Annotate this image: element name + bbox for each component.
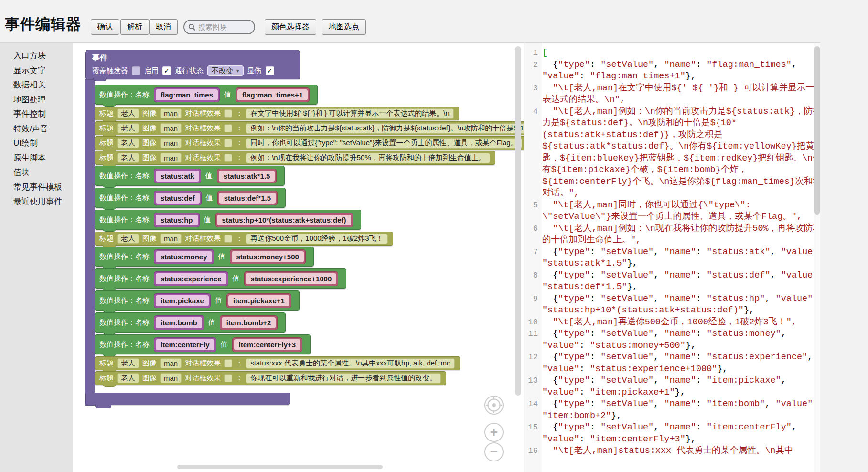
line-code[interactable]: {"type": "setValue", "name": "item:bomb"…	[542, 398, 820, 422]
passable-dropdown[interactable]: 不改变 ▾	[207, 65, 244, 76]
line-code[interactable]: {"type": "setValue", "name": "status:def…	[542, 270, 820, 293]
dialog-effect-field[interactable]	[224, 139, 232, 147]
value-field[interactable]: status:hp+10*(status:atk+status:def)	[217, 215, 351, 225]
text-field[interactable]: 例如：\n现在我将让你的攻防提升50%，再将攻防和的十倍加到生命值上。	[246, 153, 490, 163]
event-block-footer[interactable]	[85, 393, 290, 405]
sidebar-item-category-1[interactable]: 显示文字	[0, 64, 73, 78]
image-field[interactable]: man	[160, 138, 182, 148]
value-field[interactable]: item:bomb+2	[222, 317, 276, 328]
name-field[interactable]: status:hp	[156, 215, 198, 225]
image-field[interactable]: man	[160, 358, 182, 368]
speaker-field[interactable]: 老人	[117, 138, 139, 148]
line-code[interactable]: {"type": "setValue", "name": "status:atk…	[542, 247, 820, 270]
speaker-field[interactable]: 老人	[117, 373, 139, 383]
text-field[interactable]: 在文字中使用${' ${ '}和 } 可以计算并显示一个表达式的结果。\n	[246, 108, 454, 119]
image-field[interactable]: man	[160, 234, 182, 244]
dialog-effect-field[interactable]	[224, 124, 232, 132]
value-field[interactable]: item:pickaxe+1	[228, 295, 289, 306]
cancel-button[interactable]: 取消	[149, 19, 178, 35]
setvalue-block[interactable]: 数值操作：名称item:centerFly值item:centerFly+3	[95, 334, 311, 354]
text-field[interactable]: status:xxx 代表勇士的某个属性。\n其中xxx可取hp, atk, d…	[246, 358, 455, 369]
dialog-effect-field[interactable]	[224, 359, 232, 367]
search-box[interactable]	[183, 20, 255, 34]
text-block[interactable]: 标题老人图像man对话框效果：例如：\n现在我将让你的攻防提升50%，再将攻防和…	[95, 151, 495, 165]
editor-scrollbar-thumb[interactable]	[814, 46, 820, 215]
text-field[interactable]: 同时，你也可以通过{"type": "setValue"}来设置一个勇士的属性、…	[246, 138, 522, 149]
text-block[interactable]: 标题老人图像man对话框效果：同时，你也可以通过{"type": "setVal…	[95, 136, 524, 150]
line-code[interactable]: {"type": "setValue", "name": "flag:man_t…	[542, 59, 820, 83]
dialog-effect-field[interactable]	[224, 109, 232, 118]
line-code[interactable]: {"type": "setValue", "name": "status:mon…	[542, 328, 820, 352]
sidebar-item-category-3[interactable]: 地图处理	[0, 93, 73, 107]
text-field[interactable]: 你现在可以重新和我进行对话，进一步看到属性值的改变。	[246, 373, 441, 384]
workspace-horizontal-scrollbar[interactable]	[177, 465, 383, 469]
line-code[interactable]: "\t[老人,man]例如：\n现在我将让你的攻防提升50%，再将攻防和的十倍加…	[542, 223, 820, 247]
blockly-workspace[interactable]: 事件 覆盖触发器 启用 ✓ 通行状态 不改变 ▾ 显伤 ✓ 数值操作：名称fla…	[73, 42, 524, 472]
sidebar-item-category-8[interactable]: 值块	[0, 165, 73, 180]
text-field[interactable]: 再送你500金币，1000经验，1破2炸3飞！	[246, 234, 387, 244]
zoom-in-button[interactable]: +	[484, 423, 504, 442]
line-code[interactable]: "\t[老人,man]status:xxx 代表勇士的某个属性。\n其中	[542, 445, 820, 457]
text-block[interactable]: 标题老人图像man对话框效果：你现在可以重新和我进行对话，进一步看到属性值的改变…	[95, 371, 446, 385]
name-field[interactable]: status:atk	[156, 171, 199, 182]
sidebar-item-category-5[interactable]: 特效/声音	[0, 122, 73, 137]
image-field[interactable]: man	[160, 108, 182, 118]
line-code[interactable]: {"type": "setValue", "name": "status:exp…	[542, 352, 820, 375]
text-block[interactable]: 标题老人图像man对话框效果：再送你500金币，1000经验，1破2炸3飞！	[95, 232, 393, 246]
speaker-field[interactable]: 老人	[117, 108, 139, 118]
setvalue-block[interactable]: 数值操作：名称status:hp值status:hp+10*(status:at…	[95, 210, 361, 230]
image-field[interactable]: man	[160, 373, 182, 383]
name-field[interactable]: status:def	[156, 193, 200, 204]
speaker-field[interactable]: 老人	[117, 234, 139, 244]
sidebar-item-category-9[interactable]: 常见事件模板	[0, 180, 73, 195]
text-block[interactable]: 标题老人图像man对话框效果：status:xxx 代表勇士的某个属性。\n其中…	[95, 356, 460, 370]
image-field[interactable]: man	[160, 153, 182, 163]
line-code[interactable]: "\t[老人,man]同时，你也可以通过{\"type\": \"setValu…	[542, 200, 820, 223]
dialog-effect-field[interactable]	[224, 235, 232, 243]
value-field[interactable]: flag:man_times+1	[237, 89, 308, 100]
json-code-editor[interactable]: 1[2 {"type": "setValue", "name": "flag:m…	[524, 42, 820, 472]
trigger-override-checkbox[interactable]	[132, 66, 140, 75]
sidebar-item-category-4[interactable]: 事件控制	[0, 107, 73, 122]
sidebar-item-category-6[interactable]: UI绘制	[0, 136, 73, 151]
setvalue-block[interactable]: 数值操作：名称item:bomb值item:bomb+2	[95, 312, 286, 333]
name-field[interactable]: status:experience	[156, 273, 226, 284]
line-code[interactable]: {"type": "setValue", "name": "item:picka…	[542, 375, 820, 398]
setvalue-block[interactable]: 数值操作：名称status:atk值status:atk*1.5	[95, 166, 285, 186]
speaker-field[interactable]: 老人	[117, 123, 139, 133]
setvalue-block[interactable]: 数值操作：名称item:pickaxe值item:pickaxe+1	[95, 290, 300, 311]
line-code[interactable]: "\t[老人,man]在文字中使用${' ${ '}和 } 可以计算并显示一个表…	[542, 83, 820, 106]
line-code[interactable]: "\t[老人,man]再送你500金币，1000经验，1破2炸3飞！",	[542, 317, 820, 329]
name-field[interactable]: flag:man_times	[156, 89, 218, 100]
value-field[interactable]: status:money+500	[232, 251, 304, 262]
sidebar-item-category-10[interactable]: 最近使用事件	[0, 194, 73, 209]
setvalue-block[interactable]: 数值操作：名称flag:man_times值flag:man_times+1	[95, 85, 318, 105]
color-picker-button[interactable]: 颜色选择器	[265, 19, 316, 35]
line-code[interactable]: "\t[老人,man]例如：\n你的当前攻击力是${status:atk}，防御…	[542, 106, 820, 200]
search-input[interactable]	[198, 23, 250, 31]
map-pick-button[interactable]: 地图选点	[322, 19, 366, 35]
text-block[interactable]: 标题老人图像man对话框效果：在文字中使用${' ${ '}和 } 可以计算并显…	[95, 107, 459, 120]
enabled-checkbox[interactable]: ✓	[162, 66, 171, 75]
name-field[interactable]: item:bomb	[156, 317, 202, 328]
line-code[interactable]: [	[542, 47, 820, 59]
value-field[interactable]: item:centerFly+3	[234, 339, 301, 350]
dialog-effect-field[interactable]	[224, 374, 232, 382]
value-field[interactable]: status:experience+1000	[246, 273, 337, 284]
line-code[interactable]: {"type": "setValue", "name": "item:cente…	[542, 422, 820, 445]
text-field[interactable]: 例如：\n你的当前攻击力是${status:atk}，防御力是${status:…	[246, 123, 524, 134]
damage-display-checkbox[interactable]: ✓	[266, 66, 274, 75]
zoom-out-button[interactable]: −	[484, 442, 504, 461]
event-container-block[interactable]: 事件 覆盖触发器 启用 ✓ 通行状态 不改变 ▾ 显伤 ✓	[85, 50, 300, 79]
sidebar-item-category-7[interactable]: 原生脚本	[0, 151, 73, 166]
setvalue-block[interactable]: 数值操作：名称status:experience值status:experien…	[95, 268, 346, 289]
name-field[interactable]: item:pickaxe	[156, 295, 209, 306]
text-block[interactable]: 标题老人图像man对话框效果：例如：\n你的当前攻击力是${status:atk…	[95, 121, 524, 135]
value-field[interactable]: status:def*1.5	[219, 193, 276, 204]
image-field[interactable]: man	[160, 123, 182, 133]
setvalue-block[interactable]: 数值操作：名称status:money值status:money+500	[95, 247, 314, 267]
sidebar-item-category-2[interactable]: 数据相关	[0, 78, 73, 93]
name-field[interactable]: item:centerFly	[156, 339, 214, 350]
workspace-vertical-scrollbar[interactable]	[515, 46, 521, 396]
confirm-button[interactable]: 确认	[91, 19, 119, 35]
